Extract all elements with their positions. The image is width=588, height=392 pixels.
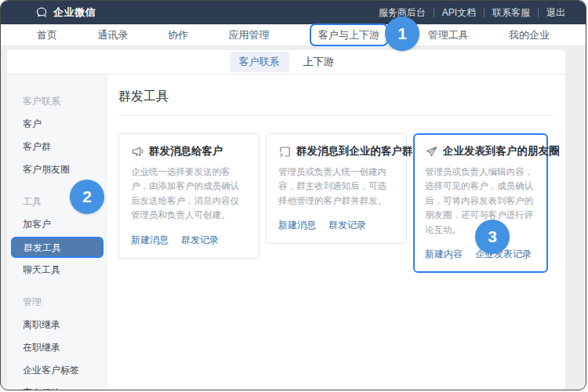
logout-link[interactable]: 退出: [539, 6, 573, 20]
sidebar-item-customer-moments[interactable]: 客户朋友圈: [7, 158, 106, 181]
sidebar-item-customers[interactable]: 客户: [7, 113, 106, 136]
brand-label: 企业微信: [53, 5, 96, 20]
card-actions: 新建消息 群发记录: [278, 219, 394, 232]
divider: [118, 115, 554, 116]
nav-item-app-management[interactable]: 应用管理: [228, 28, 269, 42]
annotation-badge-2: 2: [70, 180, 104, 214]
card-bulk-message-to-customers: 群发消息给客户 企业统一选择要发送的客户，由添加客户的成员确认后发送给客户，消息…: [118, 133, 260, 259]
main-nav: 首页 通讯录 协作 应用管理 客户与上下游 管理工具 我的企业: [1, 24, 586, 46]
tab-customer-contact[interactable]: 客户联系: [230, 52, 289, 72]
nav-item-collaboration[interactable]: 协作: [168, 28, 188, 42]
nav-item-my-company[interactable]: 我的企业: [509, 28, 550, 42]
paper-plane-icon: [425, 145, 438, 158]
card-actions: 新建消息 群发记录: [131, 234, 247, 247]
brand[interactable]: 企业微信: [35, 5, 96, 20]
sidebar-item-add-customer[interactable]: 加客户: [7, 213, 106, 236]
sidebar-item-customer-tags[interactable]: 企业客户标签: [7, 359, 106, 382]
contact-support-link[interactable]: 联系客服: [485, 6, 538, 20]
bulk-send-history-link[interactable]: 群发记录: [181, 234, 219, 247]
nav-item-home[interactable]: 首页: [37, 28, 57, 42]
nav-item-contacts[interactable]: 通讯录: [97, 28, 128, 42]
card-header: 群发消息到企业的客户群: [278, 144, 394, 158]
page-title: 群发工具: [118, 89, 554, 105]
api-docs-link[interactable]: API文档: [434, 6, 484, 20]
content-block: 客户联系 上下游 客户联系 客户 客户群 客户朋友圈 工具 加客户 群发工具 聊…: [7, 50, 565, 390]
annotation-badge-3: 3: [475, 220, 510, 254]
nav-item-admin-tools[interactable]: 管理工具: [428, 28, 469, 42]
app-window: 企业微信 服务商后台 API文档 联系客服 退出 首页 通讯录 协作 应用管理 …: [0, 0, 586, 390]
card-title: 群发消息给客户: [149, 144, 223, 158]
sidebar-item-active-handover[interactable]: 在职继承: [7, 336, 106, 359]
annotation-badge-1: 1: [385, 16, 419, 51]
sidebar-item-customer-groups[interactable]: 客户群: [7, 136, 106, 158]
subtab-bar: 客户联系 上下游: [7, 50, 565, 74]
sidebar-item-security-control[interactable]: 安全管控: [7, 382, 106, 390]
megaphone-icon: [131, 145, 144, 158]
tab-upstream-downstream[interactable]: 上下游: [294, 52, 343, 72]
nav-item-customers-annotation-box[interactable]: 客户与上下游: [310, 24, 388, 46]
card-title: 群发消息到企业的客户群: [296, 144, 413, 158]
topbar: 企业微信 服务商后台 API文档 联系客服 退出: [1, 1, 586, 24]
card-header: 企业发表到客户的朋友圈: [425, 144, 536, 158]
card-header: 群发消息给客户: [131, 144, 247, 158]
nav-item-customers[interactable]: 客户与上下游: [318, 29, 379, 41]
bulk-send-history-link[interactable]: 群发记录: [328, 219, 366, 232]
card-description: 管理员或负责人统一创建内容，群主收到通知后，可选择他管理的客户群并群发。: [278, 165, 394, 208]
sidebar-item-chat-tools[interactable]: 聊天工具: [7, 259, 106, 281]
new-message-link[interactable]: 新建消息: [131, 234, 169, 247]
sidebar-item-bulk-message-tool[interactable]: 群发工具: [11, 237, 103, 258]
sidebar-item-resigned-handover[interactable]: 离职继承: [7, 314, 106, 336]
new-content-link[interactable]: 新建内容: [425, 248, 463, 261]
new-message-link[interactable]: 新建消息: [278, 219, 316, 232]
card-title: 企业发表到客户的朋友圈: [443, 144, 560, 158]
sidebar: 客户联系 客户 客户群 客户朋友圈 工具 加客户 群发工具 聊天工具 管理 离职…: [7, 74, 107, 390]
card-publish-to-customer-moments: 企业发表到客户的朋友圈 管理员或负责人编辑内容，选择可见的客户，成员确认后，可将…: [413, 133, 548, 273]
card-bulk-message-to-customer-groups: 群发消息到企业的客户群 管理员或负责人统一创建内容，群主收到通知后，可选择他管理…: [266, 133, 407, 244]
broadcast-icon: [278, 145, 292, 158]
sidebar-group-customer-contact: 客户联系: [7, 87, 106, 113]
sidebar-group-management: 管理: [7, 288, 106, 314]
wework-logo-icon: [35, 6, 48, 19]
card-description: 企业统一选择要发送的客户，由添加客户的成员确认后发送给客户，消息内容仅管理员和负…: [131, 165, 247, 223]
